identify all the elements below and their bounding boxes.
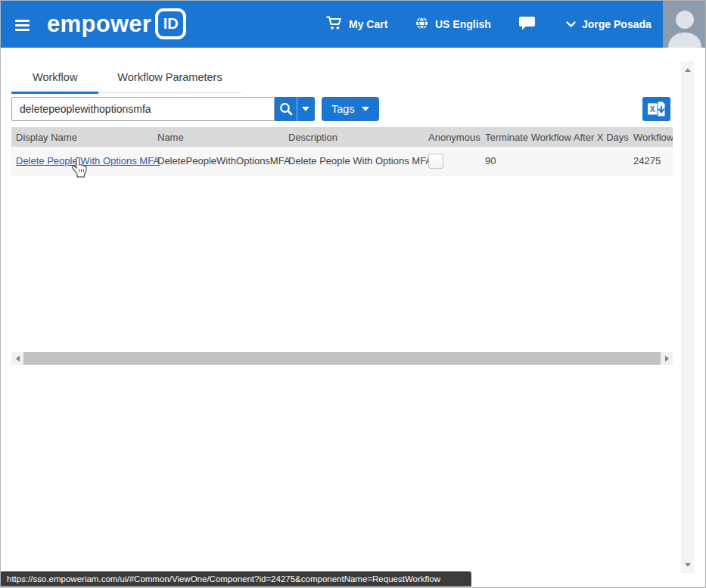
column-header-anonymous[interactable]: Anonymous (424, 127, 481, 147)
my-cart-label: My Cart (349, 18, 387, 30)
terminate-days-cell: 90 (481, 147, 629, 175)
chat-button[interactable] (518, 1, 536, 48)
anonymous-checkbox[interactable] (428, 154, 443, 169)
search-icon (279, 102, 293, 116)
brand-text: empower (47, 11, 151, 38)
workflow-display-name-link[interactable]: Delete People With Options MFA (16, 155, 160, 166)
language-label: US English (435, 18, 491, 30)
workflow-description-cell: Delete People With Options MFA (284, 147, 424, 175)
tab-bar: Workflow Workflow Parameters (11, 64, 241, 93)
caret-down-icon (302, 107, 309, 111)
person-silhouette-icon (663, 1, 706, 48)
language-selector[interactable]: US English (415, 1, 491, 48)
user-menu[interactable]: Jorge Posada (566, 1, 652, 48)
menu-icon[interactable] (15, 20, 30, 33)
vertical-scrollbar[interactable] (681, 61, 694, 573)
my-cart-button[interactable]: My Cart (326, 1, 387, 48)
chevron-down-icon (566, 18, 576, 30)
search-button[interactable] (275, 97, 297, 121)
column-header-display-name[interactable]: Display Name (11, 127, 153, 147)
column-header-workflow-id[interactable]: Workflow (629, 127, 673, 147)
app-header: empower ID My Cart US English (1, 1, 706, 48)
status-bar-url: https://sso.empoweriam.com/ui/#Common/Vi… (1, 571, 471, 586)
tab-workflow[interactable]: Workflow (11, 64, 98, 92)
svg-text:X: X (649, 105, 655, 114)
horizontal-scrollbar[interactable] (11, 352, 673, 365)
avatar[interactable] (663, 1, 706, 48)
search-input[interactable] (11, 97, 275, 121)
tab-workflow-parameters[interactable]: Workflow Parameters (98, 64, 241, 92)
column-header-description[interactable]: Description (284, 127, 424, 147)
horizontal-scrollbar-thumb[interactable] (23, 352, 661, 365)
workflow-name-cell: DeletePeopleWithOptionsMFA (153, 147, 284, 175)
scroll-up-arrow[interactable] (681, 64, 694, 75)
export-excel-button[interactable]: X (642, 97, 670, 121)
scroll-left-arrow[interactable] (11, 352, 23, 365)
scroll-right-arrow[interactable] (661, 352, 673, 365)
tags-label: Tags (331, 103, 355, 115)
column-header-terminate-days[interactable]: Terminate Workflow After X Days (481, 127, 629, 147)
tags-button[interactable]: Tags (322, 97, 379, 121)
column-header-name[interactable]: Name (153, 127, 284, 147)
excel-export-icon: X (647, 101, 667, 117)
chat-bubble-icon (518, 16, 536, 33)
globe-icon (415, 16, 429, 33)
user-name-label: Jorge Posada (582, 18, 652, 30)
search-options-button[interactable] (297, 97, 314, 121)
caret-down-icon (362, 107, 369, 111)
brand-badge: ID (155, 8, 186, 39)
app-window: empower ID My Cart US English (0, 0, 706, 588)
brand-logo[interactable]: empower ID (47, 8, 186, 39)
scroll-down-arrow[interactable] (681, 559, 694, 570)
cart-icon (326, 16, 343, 33)
search-button-group (275, 97, 315, 121)
table-row[interactable]: Delete People With Options MFA DeletePeo… (11, 147, 673, 176)
table-header: Display Name Name Description Anonymous … (11, 127, 673, 147)
workflow-id-cell: 24275 (629, 147, 673, 175)
